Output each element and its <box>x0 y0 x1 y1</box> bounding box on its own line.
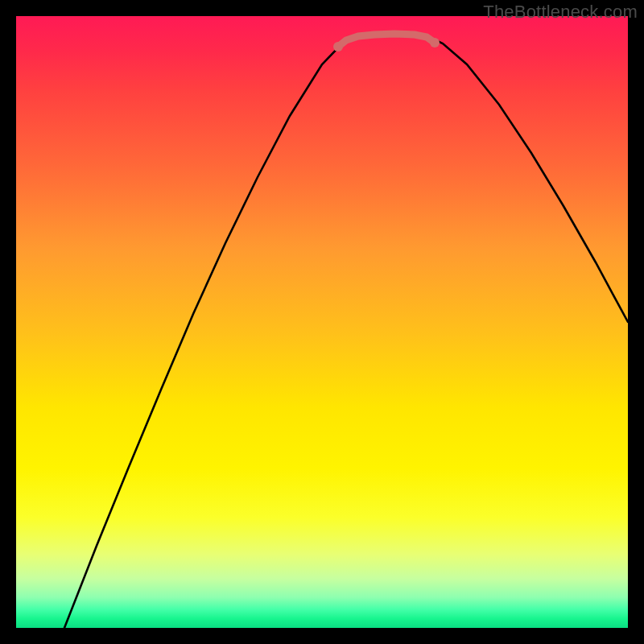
chart-svg <box>16 16 628 628</box>
highlight-dot-right <box>430 38 440 47</box>
plot-area <box>16 16 628 628</box>
highlight-dot-left <box>333 42 343 52</box>
bottleneck-curve <box>64 34 628 628</box>
watermark-text: TheBottleneck.com <box>483 2 638 23</box>
black-frame: TheBottleneck.com <box>0 0 644 644</box>
highlight-segment <box>338 34 435 47</box>
